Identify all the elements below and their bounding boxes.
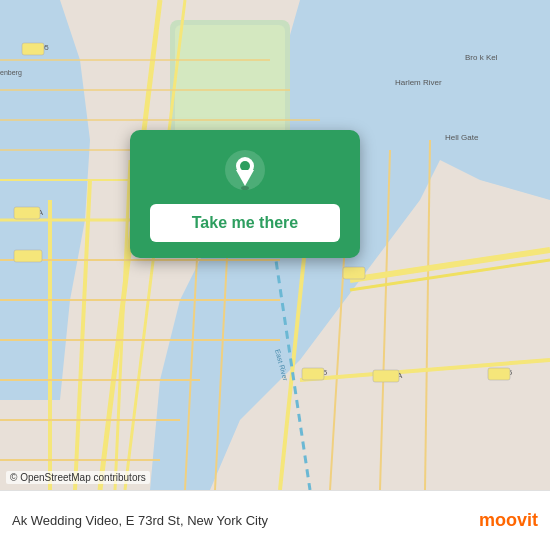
navigation-card: Take me there — [130, 130, 360, 258]
moovit-logo-text: moovit — [479, 510, 538, 531]
svg-rect-45 — [14, 250, 42, 262]
address-label: Ak Wedding Video, E 73rd St, New York Ci… — [12, 513, 479, 528]
svg-rect-50 — [22, 43, 44, 55]
svg-text:Harlem River: Harlem River — [395, 78, 442, 87]
location-pin-icon — [223, 148, 267, 192]
svg-text:enberg: enberg — [0, 69, 22, 77]
svg-text:Hell Gate: Hell Gate — [445, 133, 479, 142]
svg-point-53 — [240, 161, 250, 171]
svg-rect-49 — [488, 368, 510, 380]
svg-text:Bro k Kel: Bro k Kel — [465, 53, 498, 62]
osm-attribution: © OpenStreetMap contributors — [6, 471, 150, 484]
svg-rect-46 — [343, 267, 365, 279]
svg-rect-47 — [302, 368, 324, 380]
map-container: NY 9A NY 495 I 278 NY 25 NY 25A NY 25 Br… — [0, 0, 550, 490]
take-me-there-button[interactable]: Take me there — [150, 204, 340, 242]
moovit-logo: moovit — [479, 510, 538, 531]
svg-rect-48 — [373, 370, 399, 382]
svg-rect-44 — [14, 207, 40, 219]
svg-point-55 — [241, 186, 249, 190]
bottom-bar: Ak Wedding Video, E 73rd St, New York Ci… — [0, 490, 550, 550]
